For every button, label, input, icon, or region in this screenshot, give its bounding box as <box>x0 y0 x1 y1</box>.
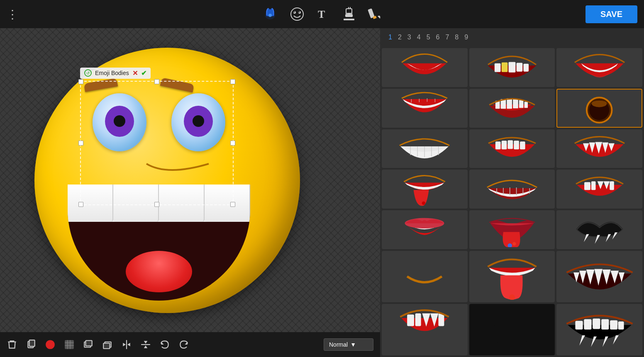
undo-button[interactable] <box>159 339 170 350</box>
menu-button[interactable]: ⋮ <box>7 7 19 21</box>
page-9[interactable]: 9 <box>464 34 468 41</box>
pupil-center-left <box>114 115 125 127</box>
mouth-cell-17[interactable] <box>469 251 555 302</box>
svg-point-79 <box>512 242 516 245</box>
svg-marker-25 <box>123 343 126 347</box>
svg-rect-101 <box>601 319 609 330</box>
mouth-cell-10[interactable] <box>382 170 468 209</box>
color-button[interactable] <box>45 339 56 350</box>
save-button[interactable]: SAVE <box>585 5 637 23</box>
blend-mode-arrow: ▼ <box>350 341 356 348</box>
svg-rect-34 <box>509 62 516 72</box>
page-2[interactable]: 2 <box>398 34 402 41</box>
page-5[interactable]: 5 <box>427 34 430 41</box>
mouth-cell-14[interactable] <box>469 210 555 249</box>
svg-rect-23 <box>103 343 110 349</box>
tooth-3 <box>159 185 205 222</box>
mouth-cell-16[interactable] <box>382 251 468 302</box>
svg-rect-92 <box>407 315 414 326</box>
tooth-2 <box>113 185 159 222</box>
mouth-cell-11[interactable] <box>469 170 555 209</box>
svg-rect-35 <box>517 63 523 71</box>
delete-button[interactable] <box>7 339 17 350</box>
tongue <box>126 251 192 292</box>
svg-rect-45 <box>519 100 524 108</box>
mouth-cell-8[interactable] <box>469 129 555 168</box>
mouth-cell-7[interactable] <box>382 129 468 168</box>
right-panel: ← MOUTHS ▶ 1 2 3 4 5 6 7 8 9 <box>380 0 644 357</box>
mouths-grid <box>380 46 644 357</box>
mouth-teeth <box>68 185 250 222</box>
bottom-toolbar: Normal ▼ <box>0 332 380 357</box>
svg-marker-28 <box>144 341 148 344</box>
svg-rect-33 <box>502 62 508 72</box>
svg-point-6 <box>299 12 300 13</box>
mouth-cell-12[interactable] <box>556 170 642 209</box>
mouth-area <box>68 185 250 301</box>
mouth-cell-19[interactable] <box>382 304 468 355</box>
page-3[interactable]: 3 <box>407 34 411 41</box>
svg-rect-59 <box>520 142 525 150</box>
mouth-cell-20[interactable] <box>469 304 555 355</box>
emoji-body <box>34 48 300 313</box>
paint-tool[interactable] <box>368 7 382 21</box>
svg-text:T: T <box>318 8 325 20</box>
flip-h-button[interactable] <box>121 339 132 350</box>
svg-point-5 <box>294 12 295 13</box>
svg-rect-57 <box>507 140 513 149</box>
eye-right <box>171 93 225 151</box>
page-4[interactable]: 4 <box>417 34 421 41</box>
page-6[interactable]: 6 <box>436 34 440 41</box>
svg-rect-36 <box>523 63 529 71</box>
layer-up-button[interactable] <box>83 339 94 350</box>
svg-rect-102 <box>610 321 617 330</box>
eyebrow-right <box>160 77 194 92</box>
flip-v-button[interactable] <box>140 339 151 350</box>
mouth-outer <box>68 185 250 301</box>
mouth-cell-4[interactable] <box>382 89 468 128</box>
svg-rect-43 <box>507 98 512 109</box>
svg-rect-46 <box>524 102 528 108</box>
mouth-cell-1[interactable] <box>382 48 468 87</box>
svg-rect-13 <box>29 340 35 346</box>
mouth-cell-2[interactable] <box>469 48 555 87</box>
emoji-face-tool[interactable] <box>290 7 305 22</box>
svg-point-1 <box>268 14 272 17</box>
mouth-cell-15[interactable] <box>556 210 642 249</box>
mouth-cell-3[interactable] <box>556 48 642 87</box>
svg-marker-104 <box>579 335 585 346</box>
mouth-cell-13[interactable] <box>382 210 468 249</box>
svg-marker-107 <box>613 335 619 345</box>
pupil-center-right <box>193 115 204 127</box>
page-numbers: 1 2 3 4 5 6 7 8 9 <box>380 28 644 46</box>
svg-rect-58 <box>514 141 519 149</box>
texture-button[interactable] <box>64 339 75 350</box>
copy-button[interactable] <box>26 339 37 350</box>
layer-down-button[interactable] <box>102 339 113 350</box>
svg-point-65 <box>422 202 425 205</box>
redo-button[interactable] <box>178 339 189 350</box>
tooth-4 <box>205 185 250 222</box>
eyes-area <box>93 93 225 151</box>
svg-marker-29 <box>144 345 148 348</box>
mouth-cell-5[interactable] <box>469 89 555 128</box>
page-7[interactable]: 7 <box>445 34 449 41</box>
page-8[interactable]: 8 <box>455 34 459 41</box>
mouth-cell-6[interactable] <box>556 89 642 128</box>
mouth-cell-18[interactable] <box>556 251 642 302</box>
svg-rect-21 <box>86 340 92 346</box>
stamp-tool[interactable] <box>342 7 356 21</box>
svg-rect-44 <box>513 99 518 109</box>
page-1[interactable]: 1 <box>388 34 392 41</box>
svg-point-97 <box>493 312 530 349</box>
pupil-right <box>184 106 213 137</box>
mouth-cell-21[interactable] <box>556 304 642 355</box>
blend-mode-select[interactable]: Normal ▼ <box>324 338 373 351</box>
svg-point-14 <box>46 340 55 349</box>
hair-tool[interactable] <box>262 6 278 22</box>
emoji-container[interactable]: ↺ Emoji Bodies ✕ ✔ <box>26 39 308 321</box>
mouth-cell-9[interactable] <box>556 129 642 168</box>
text-tool[interactable]: T <box>316 7 330 21</box>
svg-rect-93 <box>415 313 421 326</box>
canvas-area: ↺ Emoji Bodies ✕ ✔ <box>0 28 380 332</box>
